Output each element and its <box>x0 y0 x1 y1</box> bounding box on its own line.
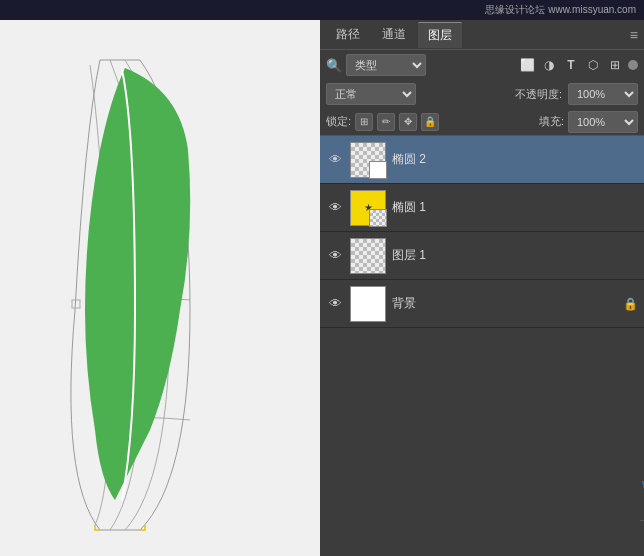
lock-brush-btn[interactable]: ✏ <box>377 113 395 131</box>
opacity-label: 不透明度: <box>515 87 562 102</box>
lock-move-btn[interactable]: ✥ <box>399 113 417 131</box>
panel-tabs-left: 路径 通道 图层 <box>326 22 462 48</box>
tab-paths[interactable]: 路径 <box>326 22 370 48</box>
opacity-select[interactable]: 100% <box>568 83 638 105</box>
filter-image-icon[interactable]: ⬜ <box>518 56 536 74</box>
layer-visibility-toggle[interactable]: 👁 <box>326 199 344 217</box>
bottom-toolbar: ⛓ fx ⬜ ◑ 📁 ⊕ 🗑 <box>640 520 644 556</box>
layer-visibility-toggle[interactable]: 👁 <box>326 247 344 265</box>
layer-name: 背景 <box>392 295 617 312</box>
layer-thumbnail <box>350 238 386 274</box>
layer-name: 椭圆 2 <box>392 151 638 168</box>
lock-grid-btn[interactable]: ⊞ <box>355 113 373 131</box>
tab-channels[interactable]: 通道 <box>372 22 416 48</box>
layer-row[interactable]: 👁 椭圆 2 <box>320 136 644 184</box>
panels-area: 路径 通道 图层 ≡ 🔍 类型 ⬜ ◑ T ⬡ ⊞ 正常 不透明度: 100% … <box>320 20 644 556</box>
layer-mask-thumbnail <box>369 209 387 227</box>
filter-adjust-icon[interactable]: ◑ <box>540 56 558 74</box>
layer-row[interactable]: 👁 ★ 椭圆 1 <box>320 184 644 232</box>
panel-menu-icon[interactable]: ≡ <box>630 27 638 43</box>
layer-row[interactable]: 👁 背景 🔒 <box>320 280 644 328</box>
filter-smart-icon[interactable]: ⊞ <box>606 56 624 74</box>
lock-icons: ⊞ ✏ ✥ 🔒 <box>355 113 439 131</box>
fill-select[interactable]: 100% <box>568 111 638 133</box>
canvas-area <box>0 20 320 556</box>
layer-name: 图层 1 <box>392 247 638 264</box>
panel-tabs: 路径 通道 图层 ≡ <box>320 20 644 50</box>
lock-row: 锁定: ⊞ ✏ ✥ 🔒 填充: 100% <box>320 108 644 136</box>
layer-visibility-toggle[interactable]: 👁 <box>326 151 344 169</box>
lock-all-btn[interactable]: 🔒 <box>421 113 439 131</box>
search-icon: 🔍 <box>326 58 342 73</box>
top-bar-text: 思缘设计论坛 www.missyuan.com <box>485 3 636 17</box>
layer-thumbnail <box>350 142 386 178</box>
filter-text-icon[interactable]: T <box>562 56 580 74</box>
layer-lock-icon: 🔒 <box>623 297 638 311</box>
type-filter-select[interactable]: 类型 <box>346 54 426 76</box>
blend-mode-row: 正常 不透明度: 100% <box>320 80 644 108</box>
filter-shape-icon[interactable]: ⬡ <box>584 56 602 74</box>
lock-label: 锁定: <box>326 114 351 129</box>
svg-rect-0 <box>72 300 80 308</box>
layer-mask-thumbnail <box>369 161 387 179</box>
fill-label: 填充: <box>539 114 564 129</box>
tab-layers[interactable]: 图层 <box>418 22 462 48</box>
blend-mode-select[interactable]: 正常 <box>326 83 416 105</box>
layer-name: 椭圆 1 <box>392 199 638 216</box>
filter-icons: ⬜ ◑ T ⬡ ⊞ <box>518 56 638 74</box>
layer-thumbnail <box>350 286 386 322</box>
layer-row[interactable]: 👁 图层 1 <box>320 232 644 280</box>
layer-visibility-toggle[interactable]: 👁 <box>326 295 344 313</box>
layer-thumbnail: ★ <box>350 190 386 226</box>
filter-row: 🔍 类型 ⬜ ◑ T ⬡ ⊞ <box>320 50 644 80</box>
filter-dot[interactable] <box>628 60 638 70</box>
layers-list: 👁 椭圆 2 👁 ★ 椭圆 1 👁 图层 1 👁 <box>320 136 644 328</box>
top-bar: 思缘设计论坛 www.missyuan.com <box>0 0 644 20</box>
